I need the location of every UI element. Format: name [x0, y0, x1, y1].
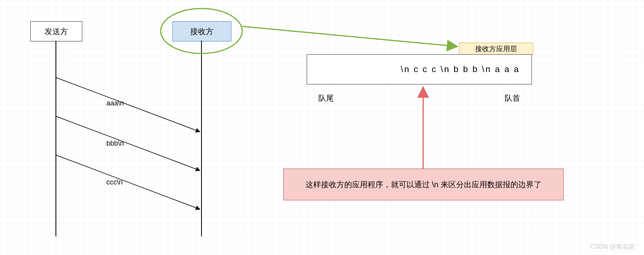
message-1-label: aaa\n — [106, 99, 125, 107]
watermark: CSDN @黄花菜. — [590, 243, 636, 251]
queue-head-label: 队首 — [505, 93, 520, 103]
receiver-label: 接收方 — [190, 26, 214, 37]
sender-label: 发送方 — [45, 26, 68, 37]
app-layer-label-box: 接收方应用层 — [459, 43, 533, 55]
explanation-box: 这样接收方的应用程序，就可以通过 \n 来区分出应用数据报的边界了 — [283, 169, 564, 200]
receiver-box: 接收方 — [172, 21, 231, 41]
grid-background — [0, 0, 644, 255]
explanation-text: 这样接收方的应用程序，就可以通过 \n 来区分出应用数据报的边界了 — [306, 179, 542, 190]
buffer-box: \n c c c \n b b b \n a a a — [307, 54, 532, 84]
buffer-content: \n c c c \n b b b \n a a a — [401, 64, 520, 74]
message-3-label: ccc\n — [106, 178, 123, 186]
sender-box: 发送方 — [30, 21, 82, 41]
message-2-label: bbb\n — [106, 140, 125, 148]
queue-tail-label: 队尾 — [318, 93, 334, 103]
app-layer-label: 接收方应用层 — [475, 44, 517, 53]
